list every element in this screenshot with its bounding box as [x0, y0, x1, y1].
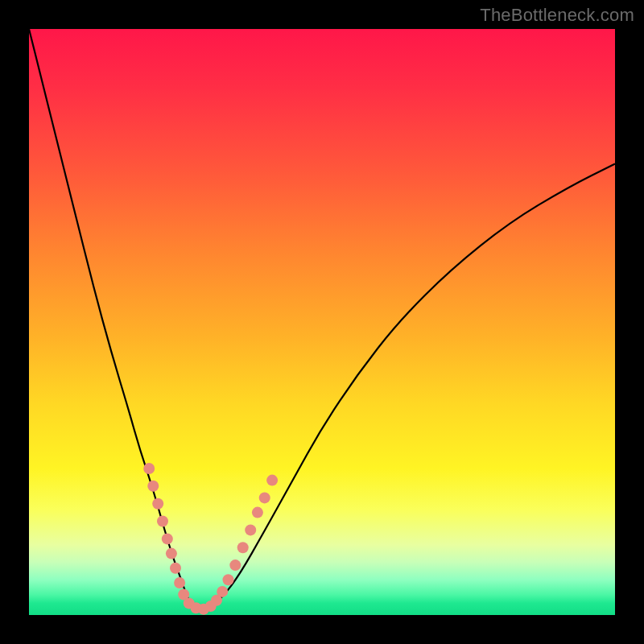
watermark-text: TheBottleneck.com [480, 5, 634, 26]
marker-dot [166, 548, 177, 559]
bottleneck-curve [29, 29, 615, 609]
marker-dot [170, 563, 181, 574]
plot-area [29, 29, 615, 615]
marker-dot [152, 498, 163, 510]
marker-dot [147, 481, 159, 492]
marker-dot [259, 492, 270, 503]
curve-svg [29, 29, 615, 615]
marker-dot [252, 507, 263, 518]
marker-dot [157, 516, 168, 527]
marker-dot [223, 574, 234, 585]
marker-dot [174, 577, 185, 588]
marker-dot [229, 559, 241, 571]
marker-dot [245, 524, 256, 535]
marker-dot [162, 533, 173, 544]
marker-dot [237, 542, 249, 553]
marker-dot [143, 463, 155, 474]
curve-markers [143, 463, 278, 615]
marker-dot [217, 586, 228, 597]
chart-frame: TheBottleneck.com [0, 0, 644, 644]
marker-dot [266, 475, 278, 486]
